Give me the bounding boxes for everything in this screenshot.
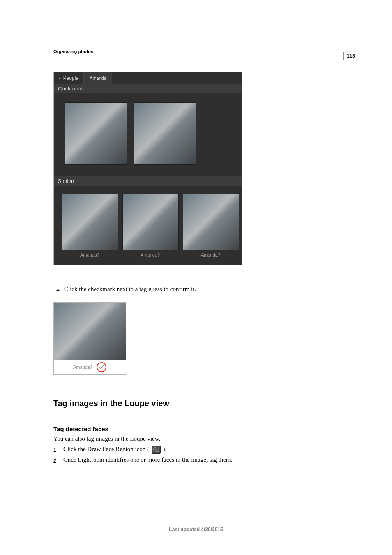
- face-caption: Amanda?: [62, 250, 118, 261]
- screenshot-header: ‹ People Amanda: [54, 72, 242, 84]
- heading-tag-images-loupe: Tag images in the Loupe view: [53, 398, 351, 408]
- heading-tag-detected-faces: Tag detected faces: [53, 426, 351, 433]
- face-caption: Amanda?: [122, 250, 178, 261]
- similar-section-header: Similar: [54, 176, 242, 186]
- bullet-text: Click the checkmark next to a tag guess …: [64, 286, 196, 293]
- step-number: 1: [53, 446, 59, 455]
- section-title: Organizing photos: [53, 49, 351, 54]
- page-footer: Last updated 4/20/2015: [0, 527, 392, 532]
- intro-text: You can also tag images in the Loupe vie…: [53, 435, 351, 442]
- face-caption: Amanda?: [183, 250, 238, 261]
- step-text: Click the Draw Face Region icon (: [63, 446, 149, 452]
- confirmed-thumbnails: [54, 93, 242, 176]
- step-text: ).: [163, 446, 167, 452]
- step-text: Once Lightroom identifies one or more fa…: [63, 456, 232, 465]
- steps-list: 1 Click the Draw Face Region icon ( ). 2…: [53, 446, 351, 465]
- people-view-screenshot: ‹ People Amanda Confirmed Similar Amanda…: [53, 72, 242, 265]
- face-caption: Amanda?: [73, 365, 92, 370]
- person-name-tab[interactable]: Amanda: [84, 72, 112, 84]
- confirm-tag-screenshot: Amanda?: [53, 302, 126, 375]
- confirmed-section-header: Confirmed: [54, 84, 242, 93]
- back-label: People: [63, 75, 78, 81]
- draw-face-region-icon: [152, 446, 161, 454]
- face-thumbnail[interactable]: [183, 194, 239, 250]
- face-thumbnail: [54, 303, 126, 360]
- confirm-checkmark-icon[interactable]: [97, 362, 106, 372]
- face-thumbnail[interactable]: [65, 102, 127, 165]
- chevron-left-icon: ‹: [59, 75, 61, 81]
- step-item: 2 Once Lightroom identifies one or more …: [53, 456, 351, 465]
- similar-thumbnails: Amanda? Amanda? Amanda?: [54, 186, 242, 265]
- back-to-people-button[interactable]: ‹ People: [54, 72, 84, 84]
- bullet-icon: ❖: [56, 286, 60, 295]
- page-number: 113: [343, 52, 355, 60]
- face-thumbnail[interactable]: [134, 102, 196, 165]
- svg-point-1: [155, 449, 157, 450]
- step-item: 1 Click the Draw Face Region icon ( ).: [53, 446, 351, 455]
- face-thumbnail[interactable]: [62, 194, 118, 250]
- face-thumbnail[interactable]: [122, 194, 179, 250]
- step-number: 2: [53, 456, 59, 465]
